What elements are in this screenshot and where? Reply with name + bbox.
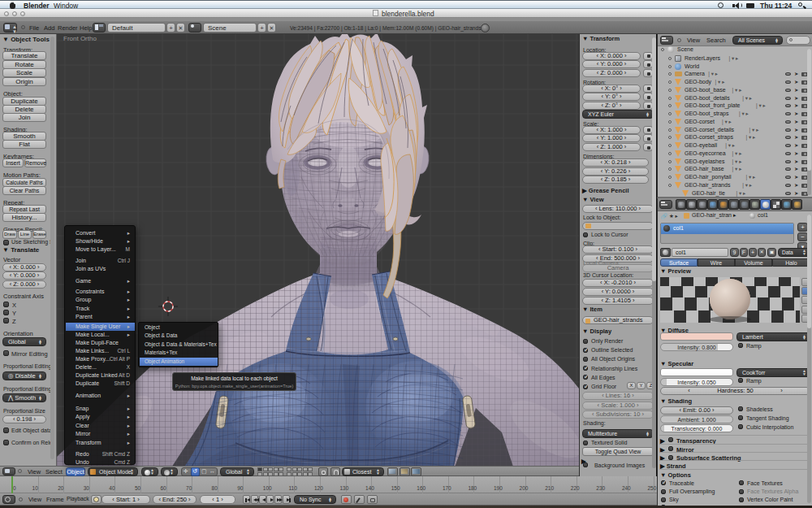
svg-text:Front Ortho: Front Ortho — [63, 35, 97, 42]
